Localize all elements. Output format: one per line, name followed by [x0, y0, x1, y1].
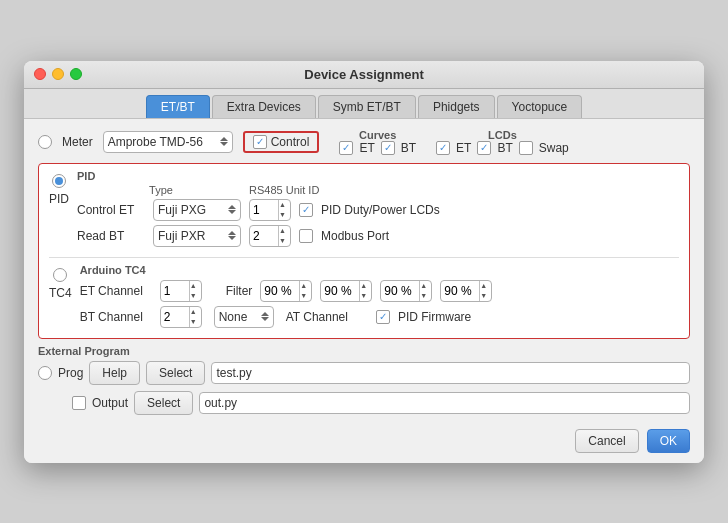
- none-select[interactable]: None: [214, 306, 274, 328]
- et-channel-input[interactable]: [161, 284, 189, 298]
- none-arrow[interactable]: [261, 312, 269, 321]
- filter-4-input[interactable]: [441, 284, 479, 298]
- meter-device-arrow[interactable]: [220, 137, 228, 146]
- read-bt-type-value: Fuji PXR: [158, 229, 224, 243]
- read-bt-arrow[interactable]: [228, 231, 236, 240]
- filter-1-input[interactable]: [261, 284, 299, 298]
- tab-phidgets[interactable]: Phidgets: [418, 95, 495, 118]
- pid-label: PID: [49, 192, 69, 206]
- read-bt-id-field[interactable]: ▲ ▼: [249, 225, 291, 247]
- spinner-up[interactable]: ▲: [190, 281, 197, 291]
- modbus-checkbox[interactable]: [299, 229, 313, 243]
- pid-duty-checkbox[interactable]: ✓: [299, 203, 313, 217]
- modbus-label: Modbus Port: [321, 229, 389, 243]
- select-button[interactable]: Select: [146, 361, 205, 385]
- pid-firmware-label: PID Firmware: [398, 310, 471, 324]
- spinner-up[interactable]: ▲: [279, 200, 286, 210]
- control-et-id-input[interactable]: [250, 203, 278, 217]
- control-checkbox[interactable]: ✓: [253, 135, 267, 149]
- meter-label: Meter: [62, 135, 93, 149]
- bt-channel-input[interactable]: [161, 310, 189, 324]
- curves-bt-label: BT: [401, 141, 416, 155]
- read-bt-row: Read BT Fuji PXR ▲ ▼: [77, 225, 679, 247]
- close-button[interactable]: [34, 68, 46, 80]
- lcds-swap-checkbox[interactable]: [519, 141, 533, 155]
- arrow-up-icon: [220, 137, 228, 141]
- bt-channel-label: BT Channel: [80, 310, 152, 324]
- spinner-down[interactable]: ▼: [480, 291, 487, 301]
- control-et-type-select[interactable]: Fuji PXG: [153, 199, 241, 221]
- curves-et-checkbox[interactable]: ✓: [339, 141, 353, 155]
- filter-3-input[interactable]: [381, 284, 419, 298]
- rs485-header: RS485 Unit ID: [249, 184, 319, 196]
- select2-button[interactable]: Select: [134, 391, 193, 415]
- spinner-down[interactable]: ▼: [300, 291, 307, 301]
- curves-et-label: ET: [359, 141, 374, 155]
- meter-row: Meter Amprobe TMD-56 ✓ Control Curves ✓ …: [38, 129, 690, 155]
- spinner-up[interactable]: ▲: [279, 226, 286, 236]
- control-box: ✓ Control: [243, 131, 320, 153]
- spinner-down[interactable]: ▼: [190, 317, 197, 327]
- filter-1-field[interactable]: ▲ ▼: [260, 280, 312, 302]
- spinner-down[interactable]: ▼: [279, 236, 286, 246]
- spinner-up[interactable]: ▲: [360, 281, 367, 291]
- filter-2-spinner[interactable]: ▲ ▼: [359, 281, 367, 301]
- pid-firmware-checkbox[interactable]: ✓: [376, 310, 390, 324]
- spinner-up[interactable]: ▲: [480, 281, 487, 291]
- control-et-id-field[interactable]: ▲ ▼: [249, 199, 291, 221]
- cancel-button[interactable]: Cancel: [575, 429, 638, 453]
- tc4-controls: Arduino TC4 ET Channel ▲ ▼ Filter: [80, 264, 679, 332]
- et-channel-field[interactable]: ▲ ▼: [160, 280, 202, 302]
- et-channel-spinner[interactable]: ▲ ▼: [189, 281, 197, 301]
- spinner-up[interactable]: ▲: [420, 281, 427, 291]
- filter-4-field[interactable]: ▲ ▼: [440, 280, 492, 302]
- read-bt-id-input[interactable]: [250, 229, 278, 243]
- tab-extra-devices[interactable]: Extra Devices: [212, 95, 316, 118]
- tab-yoctopuce[interactable]: Yoctopuce: [497, 95, 583, 118]
- filter-2-input[interactable]: [321, 284, 359, 298]
- spinner-down[interactable]: ▼: [190, 291, 197, 301]
- bt-channel-field[interactable]: ▲ ▼: [160, 306, 202, 328]
- curves-section: Curves ✓ ET ✓ BT: [339, 129, 416, 155]
- pid-tc4-divider: [49, 257, 679, 258]
- tab-et-bt[interactable]: ET/BT: [146, 95, 210, 118]
- meter-radio[interactable]: [38, 135, 52, 149]
- filter-2-field[interactable]: ▲ ▼: [320, 280, 372, 302]
- ok-button[interactable]: OK: [647, 429, 690, 453]
- maximize-button[interactable]: [70, 68, 82, 80]
- output-checkbox[interactable]: [72, 396, 86, 410]
- lcds-et-checkbox[interactable]: ✓: [436, 141, 450, 155]
- tc4-radio[interactable]: [53, 268, 67, 282]
- filter-1-spinner[interactable]: ▲ ▼: [299, 281, 307, 301]
- output-label: Output: [92, 396, 128, 410]
- type-header: Type: [149, 184, 239, 196]
- pid-radio[interactable]: [52, 174, 66, 188]
- tab-symb-et-bt[interactable]: Symb ET/BT: [318, 95, 416, 118]
- spinner-up[interactable]: ▲: [190, 307, 197, 317]
- spinner-down[interactable]: ▼: [279, 210, 286, 220]
- lcds-et-label: ET: [456, 141, 471, 155]
- minimize-button[interactable]: [52, 68, 64, 80]
- output-file-input[interactable]: [199, 392, 690, 414]
- control-et-arrow[interactable]: [228, 205, 236, 214]
- help-button[interactable]: Help: [89, 361, 140, 385]
- arrow-up-icon: [261, 312, 269, 316]
- curves-bt-checkbox[interactable]: ✓: [381, 141, 395, 155]
- bt-channel-row: BT Channel ▲ ▼ None: [80, 306, 679, 328]
- read-bt-type-select[interactable]: Fuji PXR: [153, 225, 241, 247]
- control-et-id-spinner[interactable]: ▲ ▼: [278, 200, 286, 220]
- bt-channel-spinner[interactable]: ▲ ▼: [189, 307, 197, 327]
- filter-4-spinner[interactable]: ▲ ▼: [479, 281, 487, 301]
- filter-3-spinner[interactable]: ▲ ▼: [419, 281, 427, 301]
- spinner-down[interactable]: ▼: [360, 291, 367, 301]
- spinner-down[interactable]: ▼: [420, 291, 427, 301]
- program-file-input[interactable]: [211, 362, 690, 384]
- lcds-bt-checkbox[interactable]: ✓: [477, 141, 491, 155]
- read-bt-id-spinner[interactable]: ▲ ▼: [278, 226, 286, 246]
- prog-radio[interactable]: [38, 366, 52, 380]
- filter-3-field[interactable]: ▲ ▼: [380, 280, 432, 302]
- tc4-label: TC4: [49, 286, 72, 300]
- spinner-up[interactable]: ▲: [300, 281, 307, 291]
- arrow-down-icon: [220, 142, 228, 146]
- meter-device-select[interactable]: Amprobe TMD-56: [103, 131, 233, 153]
